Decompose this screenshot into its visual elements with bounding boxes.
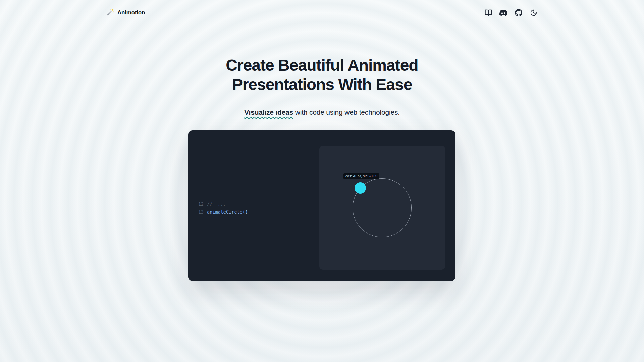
code-line: 13 animateCircle() xyxy=(198,208,248,216)
magic-wand-icon xyxy=(107,8,115,17)
subtitle-rest: with code using web technologies. xyxy=(293,108,400,116)
code-comment: // ... xyxy=(207,200,226,208)
docs-link[interactable] xyxy=(485,9,492,16)
discord-link[interactable] xyxy=(500,9,507,16)
logo[interactable]: Animotion xyxy=(107,8,145,17)
hero-subtitle: Visualize ideas with code using web tech… xyxy=(0,107,644,117)
header-nav xyxy=(485,9,537,16)
code-statement: animateCircle() xyxy=(207,208,248,216)
github-icon xyxy=(515,9,522,16)
animation-canvas: cos: -0.73, sin: -0.69 xyxy=(319,146,445,270)
demo-panel: 12 // ... 13 animateCircle() cos: -0.73,… xyxy=(188,130,455,281)
line-number: 12 xyxy=(198,200,204,208)
logo-text: Animotion xyxy=(117,9,145,16)
github-link[interactable] xyxy=(515,9,522,16)
hero-title-line2: Presentations With Ease xyxy=(232,76,412,94)
code-line: 12 // ... xyxy=(198,200,248,208)
header: Animotion xyxy=(107,0,537,25)
discord-icon xyxy=(499,10,507,16)
animated-dot xyxy=(355,182,366,194)
function-name: animateCircle xyxy=(207,209,243,215)
function-parens: () xyxy=(243,209,248,215)
hero-title-line1: Create Beautiful Animated xyxy=(226,56,418,74)
code-editor: 12 // ... 13 animateCircle() xyxy=(198,200,248,216)
moon-icon xyxy=(530,9,537,16)
theme-toggle-button[interactable] xyxy=(530,9,537,16)
book-open-icon xyxy=(485,9,492,16)
subtitle-highlight: Visualize ideas xyxy=(244,108,293,116)
coords-tooltip: cos: -0.73, sin: -0.69 xyxy=(343,173,379,179)
hero-title: Create Beautiful Animated Presentations … xyxy=(0,56,644,95)
line-number: 13 xyxy=(198,208,204,216)
